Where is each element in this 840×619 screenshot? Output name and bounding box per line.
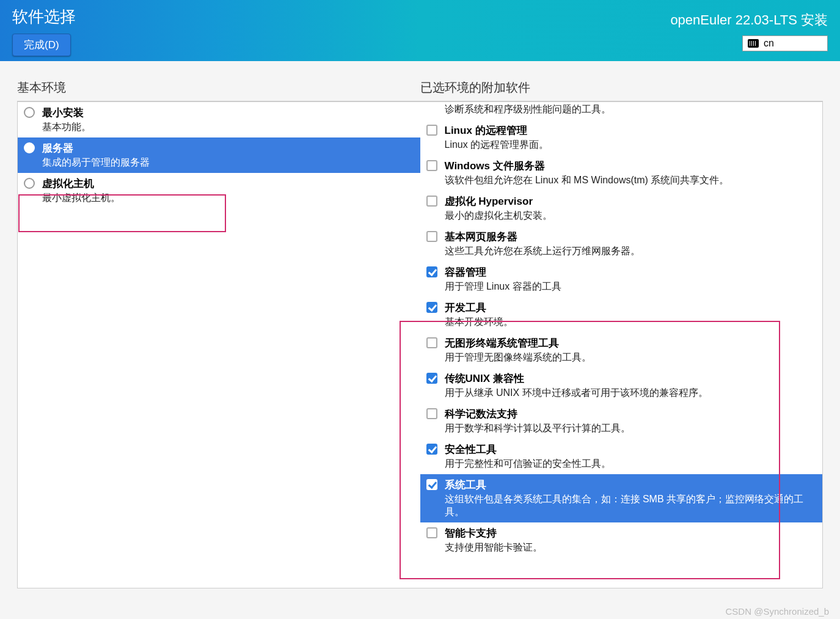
- addon-option[interactable]: 系统工具这组软件包是各类系统工具的集合，如：连接 SMB 共享的客户；监控网络交…: [420, 474, 823, 522]
- option-title: Windows 文件服务器: [445, 159, 817, 173]
- option-desc: 用于管理无图像终端系统的工具。: [445, 351, 817, 364]
- option-desc: 该软件包组允许您在 Linux 和 MS Windows(tm) 系统间共享文件…: [445, 174, 817, 187]
- base-environment-heading: 基本环境: [17, 79, 420, 101]
- option-title: 安全性工具: [445, 442, 817, 456]
- radio-icon: [24, 107, 35, 118]
- addon-option[interactable]: 传统UNIX 兼容性用于从继承 UNIX 环境中迁移或者可用于该环境的兼容程序。: [420, 368, 823, 403]
- option-desc: 用于完整性和可信验证的安全性工具。: [445, 458, 817, 471]
- addon-option[interactable]: 科学记数法支持用于数学和科学计算以及平行计算的工具。: [420, 403, 823, 439]
- option-desc: 用于管理 Linux 容器的工具: [445, 280, 817, 293]
- option-title: 服务器: [42, 141, 414, 155]
- option-desc: 集成的易于管理的服务器: [42, 156, 414, 169]
- base-environment-list[interactable]: 最小安装基本功能。服务器集成的易于管理的服务器虚拟化主机最小虚拟化主机。: [17, 101, 420, 588]
- option-title: 科学记数法支持: [445, 407, 817, 421]
- option-desc: 用于从继承 UNIX 环境中迁移或者可用于该环境的兼容程序。: [445, 387, 817, 400]
- option-title: 最小安装: [42, 106, 414, 120]
- option-title: 无图形终端系统管理工具: [445, 336, 817, 350]
- watermark: CSDN @Synchronized_b: [726, 606, 829, 617]
- option-title: 系统工具: [445, 478, 817, 492]
- addon-option[interactable]: Windows 文件服务器该软件包组允许您在 Linux 和 MS Window…: [420, 155, 823, 191]
- option-desc: 支持使用智能卡验证。: [445, 541, 817, 554]
- option-title: 开发工具: [445, 301, 817, 315]
- option-desc: 这些工具允许您在系统上运行万维网服务器。: [445, 245, 817, 258]
- keyboard-icon: [748, 39, 759, 48]
- option-title: 传统UNIX 兼容性: [445, 372, 817, 386]
- radio-icon: [24, 178, 35, 189]
- option-title: 容器管理: [445, 265, 817, 279]
- header-right: openEuler 22.03-LTS 安装 cn: [670, 6, 828, 61]
- keyboard-layout-indicator[interactable]: cn: [742, 35, 828, 51]
- checkbox-icon: [426, 337, 437, 348]
- checkbox-icon: [426, 196, 437, 207]
- option-title: 基本网页服务器: [445, 230, 817, 244]
- addon-option[interactable]: 开发工具基本开发环境。: [420, 297, 823, 332]
- page-title: 软件选择: [12, 6, 76, 27]
- addons-list[interactable]: 诊断系统和程序级别性能问题的工具。Linux 的远程管理Linux 的远程管理界…: [420, 101, 824, 588]
- option-desc: 这组软件包是各类系统工具的集合，如：连接 SMB 共享的客户；监控网络交通的工具…: [445, 493, 817, 519]
- checkbox-icon: [426, 408, 437, 419]
- env-option[interactable]: 服务器集成的易于管理的服务器: [18, 137, 420, 173]
- addons-column: 已选环境的附加软件 诊断系统和程序级别性能问题的工具。Linux 的远程管理Li…: [420, 79, 824, 588]
- checkbox-icon: [426, 373, 437, 384]
- addon-option[interactable]: 诊断系统和程序级别性能问题的工具。: [420, 103, 823, 120]
- checkbox-icon: [426, 231, 437, 242]
- addon-option[interactable]: Linux 的远程管理Linux 的远程管理界面。: [420, 120, 823, 155]
- option-title: 智能卡支持: [445, 526, 817, 540]
- env-option[interactable]: 最小安装基本功能。: [18, 102, 420, 137]
- checkbox-icon: [426, 444, 437, 455]
- base-environment-column: 基本环境 最小安装基本功能。服务器集成的易于管理的服务器虚拟化主机最小虚拟化主机…: [17, 79, 420, 588]
- option-title: 虚拟化主机: [42, 177, 414, 191]
- option-desc: 最小虚拟化主机。: [42, 192, 414, 205]
- option-desc: 诊断系统和程序级别性能问题的工具。: [445, 103, 817, 116]
- checkbox-icon: [426, 302, 437, 313]
- header: 软件选择 完成(D) openEuler 22.03-LTS 安装 cn: [0, 0, 840, 61]
- addon-option[interactable]: 容器管理用于管理 Linux 容器的工具: [420, 262, 823, 297]
- keyboard-layout-label: cn: [764, 38, 774, 49]
- option-desc: Linux 的远程管理界面。: [445, 139, 817, 152]
- checkbox-icon: [426, 160, 437, 171]
- checkbox-icon: [426, 479, 437, 490]
- radio-icon: [24, 142, 35, 153]
- addon-option[interactable]: 基本网页服务器这些工具允许您在系统上运行万维网服务器。: [420, 226, 823, 262]
- addons-heading: 已选环境的附加软件: [420, 79, 824, 101]
- product-title: openEuler 22.03-LTS 安装: [670, 11, 828, 29]
- env-option[interactable]: 虚拟化主机最小虚拟化主机。: [18, 173, 420, 208]
- option-title: Linux 的远程管理: [445, 123, 817, 137]
- option-desc: 用于数学和科学计算以及平行计算的工具。: [445, 422, 817, 435]
- addon-option[interactable]: 智能卡支持支持使用智能卡验证。: [420, 522, 823, 558]
- option-desc: 基本功能。: [42, 121, 414, 134]
- addon-option[interactable]: 虚拟化 Hypervisor最小的虚拟化主机安装。: [420, 191, 823, 226]
- header-left: 软件选择 完成(D): [12, 6, 76, 61]
- done-button[interactable]: 完成(D): [12, 34, 71, 56]
- option-desc: 最小的虚拟化主机安装。: [445, 210, 817, 222]
- option-title: 虚拟化 Hypervisor: [445, 194, 817, 208]
- checkbox-icon: [426, 266, 437, 277]
- addon-option[interactable]: 安全性工具用于完整性和可信验证的安全性工具。: [420, 439, 823, 474]
- option-desc: 基本开发环境。: [445, 316, 817, 329]
- addon-option[interactable]: 无图形终端系统管理工具用于管理无图像终端系统的工具。: [420, 332, 823, 368]
- main-content: 基本环境 最小安装基本功能。服务器集成的易于管理的服务器虚拟化主机最小虚拟化主机…: [0, 61, 840, 588]
- checkbox-icon: [426, 527, 437, 538]
- checkbox-icon: [426, 125, 437, 136]
